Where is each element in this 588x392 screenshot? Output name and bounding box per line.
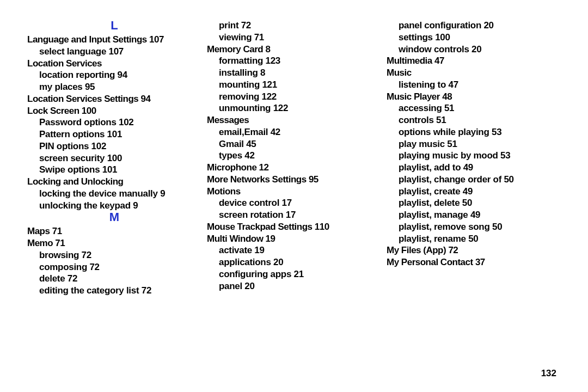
index-page-ref: 102 [91, 141, 106, 151]
index-topic: More Networks Settings 95 [207, 174, 381, 186]
index-subentry: screen security 100 [27, 152, 201, 164]
index-topic-term: Memory Card [207, 44, 263, 54]
index-topic-term: My Files (App) [387, 245, 446, 255]
index-subentry: Password options 102 [27, 117, 201, 128]
index-page-ref: 72 [241, 20, 251, 30]
index-subentry-term: screen rotation [219, 210, 283, 220]
index-subentry-term: applications [219, 257, 271, 267]
index-subentry: installing 8 [207, 67, 381, 79]
index-page-ref: 72 [68, 273, 77, 284]
index-topic-term: Multi Window [207, 234, 263, 244]
index-topic-term: Microphone [207, 162, 256, 173]
index-topic: Microphone 12 [207, 162, 381, 174]
index-topic: Location Services Settings 94 [27, 93, 201, 105]
index-page-ref: 100 [82, 106, 96, 116]
index-subentry: playing music by mood 53 [387, 150, 561, 162]
index-page-ref: 101 [107, 129, 122, 139]
index-page-ref: 110 [315, 222, 329, 232]
index-subentry: browsing 72 [27, 249, 201, 261]
index-page-ref: 19 [254, 245, 264, 255]
index-subentry-term: window controls [399, 44, 469, 54]
index-page-ref: 50 [504, 174, 513, 185]
index-subentry-term: panel [219, 281, 242, 291]
index-subentry-term: playlist, remove song [399, 222, 490, 232]
index-subentry: activate 19 [207, 244, 381, 256]
index-subentry: controls 51 [387, 114, 561, 126]
index-letter-heading: M [27, 211, 201, 223]
index-subentry: editing the category list 72 [27, 285, 201, 297]
index-subentry: playlist, rename 50 [387, 233, 561, 245]
index-page-ref: 20 [483, 20, 493, 30]
index-subentry-term: select language [39, 46, 106, 57]
index-page-ref: 50 [468, 234, 478, 244]
index-subentry: my places 95 [27, 81, 201, 93]
index-subentry: unmounting 122 [207, 102, 381, 114]
index-subentry: device control 17 [207, 197, 381, 209]
index-subentry-term: playlist, delete [399, 198, 460, 208]
index-page-ref: 94 [118, 70, 127, 80]
index-page-ref: 48 [442, 91, 452, 102]
index-subentry-term: my places [39, 82, 83, 92]
index-column-1: LLanguage and Input Settings 107select l… [27, 20, 201, 297]
index-page-ref: 47 [434, 56, 444, 66]
index-page-ref: 8 [260, 68, 265, 78]
index-subentry-term: configuring apps [219, 269, 291, 279]
index-subentry-term: locking the device manually [39, 188, 158, 199]
index-topic-term: Memo [27, 238, 53, 248]
index-subentry-term: screen security [39, 153, 105, 163]
index-subentry: playlist, change order of 50 [387, 174, 561, 186]
index-subentry: playlist, add to 49 [387, 162, 561, 174]
index-topic-term: Music [387, 68, 412, 78]
index-subentry: playlist, remove song 50 [387, 221, 561, 233]
index-subentry-term: Password options [39, 117, 117, 127]
index-subentry-term: listening to [399, 79, 446, 90]
index-topic: Maps 71 [27, 225, 201, 237]
index-page-ref: 20 [244, 281, 254, 291]
index-subentry: applications 20 [207, 256, 381, 268]
index-subentry: playlist, delete 50 [387, 197, 561, 209]
index-page-ref: 53 [500, 150, 510, 161]
index-topic: My Personal Contact 37 [387, 256, 561, 268]
index-subentry-term: Pattern options [39, 129, 105, 139]
index-page-ref: 95 [85, 82, 95, 92]
index-subentry: email,Email 42 [207, 126, 381, 138]
index-subentry: location reporting 94 [27, 69, 201, 81]
index-page-ref: 121 [262, 79, 277, 90]
index-page-ref: 47 [449, 79, 458, 90]
index-topic: Location Services [27, 58, 201, 70]
index-page-ref: 100 [107, 153, 122, 163]
index-subentry-term: controls [399, 115, 434, 125]
index-page-ref: 107 [109, 46, 124, 57]
index-topic-term: Location Services Settings [27, 94, 138, 104]
index-page-ref: 71 [52, 226, 62, 236]
index-page-ref: 9 [133, 200, 138, 211]
index-subentry-term: accessing [399, 103, 442, 113]
index-topic-term: Motions [207, 186, 241, 197]
index-subentry-term: unlocking the keypad [39, 200, 131, 211]
index-page-ref: 72 [82, 250, 91, 260]
index-topic: Lock Screen 100 [27, 105, 201, 117]
index-subentry-term: options while playing [399, 127, 489, 137]
index-page-ref: 122 [273, 103, 288, 113]
index-subentry-term: mounting [219, 79, 260, 90]
index-page-ref: 95 [309, 174, 318, 185]
index-topic: Multi Window 19 [207, 233, 381, 245]
index-page-ref: 17 [286, 210, 296, 220]
index-page-ref: 21 [294, 269, 304, 279]
index-letter-heading: L [27, 20, 201, 32]
index-page-ref: 72 [89, 262, 99, 272]
index-topic: Messages [207, 114, 381, 126]
index-page-ref: 9 [160, 188, 165, 199]
index-subentry-term: types [219, 150, 242, 161]
index-page-ref: 101 [102, 164, 117, 175]
index-page-ref: 107 [149, 34, 164, 45]
index-subentry-term: activate [219, 245, 252, 255]
index-page-ref: 122 [262, 91, 277, 102]
index-page-ref: 20 [273, 257, 283, 267]
index-topic: Multimedia 47 [387, 55, 561, 67]
index-subentry-term: formatting [219, 56, 263, 66]
index-subentry: types 42 [207, 150, 381, 162]
index-topic-term: Mouse Trackpad Settings [207, 222, 313, 232]
index-topic-term: More Networks Settings [207, 174, 307, 185]
index-subentry: select language 107 [27, 46, 201, 58]
